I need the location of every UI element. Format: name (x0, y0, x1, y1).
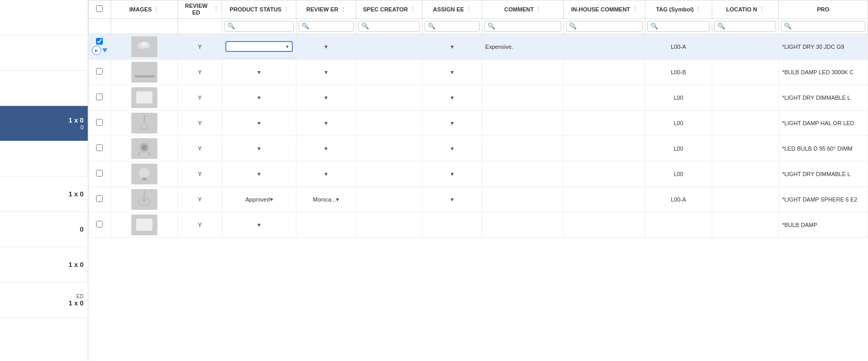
assignee-arrow-btn-7[interactable]: ▾ (451, 196, 454, 203)
reviewer-arrow-btn-3[interactable]: ▾ (324, 94, 328, 101)
sidebar-row-2[interactable] (0, 35, 88, 71)
row-checkbox-2[interactable] (96, 68, 103, 75)
row-expand-indicator[interactable] (102, 48, 107, 52)
pro-label: *LIGHT DRY DIMMABLE L (782, 95, 850, 101)
th-reviewer-label: REVIEW ER (306, 6, 338, 13)
th-location-label: LOCATIO N (726, 6, 757, 13)
assignee-arrow-btn-2[interactable]: ▾ (451, 69, 454, 76)
row-product-status-cell: ▾ (222, 110, 296, 136)
row-checkbox-6[interactable] (96, 170, 103, 177)
search-reviewer-input[interactable] (310, 23, 350, 30)
row-pro-cell: *LIGHT DAMP HAL OR LED (779, 110, 868, 136)
svg-rect-4 (135, 66, 139, 76)
th-product-status-label: PRODUCT STATUS (229, 6, 281, 13)
product-status-arrow-btn-3[interactable]: ▾ (257, 94, 261, 101)
row-checkbox-5[interactable] (96, 144, 103, 151)
sidebar-row-9[interactable]: ED 1 x 0 (0, 283, 88, 318)
row-assignee-cell (423, 212, 482, 237)
th-tag-label: TAG (Symbol) (656, 6, 694, 13)
row-checkbox-7[interactable] (96, 195, 103, 202)
search-spec-creator-icon: 🔍 (361, 22, 369, 30)
search-location-col: 🔍 (712, 19, 779, 34)
sidebar-row-3[interactable] (0, 71, 88, 106)
sort-tag-icon[interactable]: ⋮ (696, 6, 701, 12)
svg-rect-6 (143, 66, 146, 76)
product-status-arrow-btn-8[interactable]: ▾ (257, 221, 261, 229)
sort-location-icon[interactable]: ⋮ (759, 6, 764, 12)
row-image-cell (111, 212, 178, 237)
row-inhouse-comment-cell (563, 34, 645, 59)
sort-reviewed-icon[interactable]: ⋮ (213, 6, 219, 12)
sidebar-label-9: ED (69, 293, 84, 299)
row-reviewer-cell: ▾ (296, 136, 356, 161)
row-product-status-cell: Approved▾ (222, 186, 296, 212)
row-checkbox-8[interactable] (96, 221, 103, 228)
product-status-arrow-btn-2[interactable]: ▾ (257, 69, 261, 76)
th-spec-creator-label: SPEC CREATOR (363, 6, 408, 13)
select-all-checkbox[interactable] (96, 5, 103, 12)
search-pro-icon: 🔍 (784, 22, 792, 30)
reviewer-arrow-btn-2[interactable]: ▾ (324, 69, 328, 76)
product-thumbnail (131, 113, 157, 133)
svg-point-21 (143, 198, 146, 202)
th-reviewer: REVIEW ER ⋮ (296, 1, 356, 19)
sidebar-row-6[interactable]: 1 x 0 (0, 177, 88, 212)
table-row: Y▾▾▾L00*LED BULB D 95 60° DIMM (89, 136, 868, 161)
tag-label: L00 (674, 95, 683, 101)
th-reviewed: REVIEW ED ⋮ (178, 1, 222, 19)
sidebar-row-7[interactable]: 0 (0, 212, 88, 247)
sidebar-row-1[interactable] (0, 0, 88, 35)
row-circle-btn[interactable]: ▶ (92, 46, 101, 55)
search-location-input[interactable] (726, 23, 774, 30)
product-status-arrow-btn-4[interactable]: ▾ (257, 119, 261, 127)
row-reviewed-cell: Y (178, 59, 222, 85)
sort-comment-icon[interactable]: ⋮ (536, 6, 541, 12)
product-status-arrow-btn-5[interactable]: ▾ (257, 145, 261, 152)
assignee-arrow-btn-5[interactable]: ▾ (451, 145, 454, 152)
search-comment-input[interactable] (496, 23, 558, 30)
row-image-cell (111, 161, 178, 186)
row-checkbox-1[interactable] (96, 38, 103, 45)
search-inhouse-input[interactable] (578, 23, 640, 30)
assignee-arrow-btn-1[interactable]: ▾ (451, 43, 454, 50)
th-checkbox[interactable] (89, 1, 111, 19)
reviewer-arrow-btn[interactable]: ▾ (336, 196, 339, 203)
product-status-arrow-btn[interactable]: ▾ (270, 196, 273, 203)
sidebar-row-4-active[interactable]: 1 x 0 0 (0, 106, 88, 141)
sort-product-status-icon[interactable]: ⋮ (283, 6, 289, 12)
assignee-arrow-btn-3[interactable]: ▾ (451, 94, 454, 101)
row-checkbox-cell (89, 136, 111, 161)
row-checkbox-3[interactable] (96, 93, 103, 100)
row-checkbox-4[interactable] (96, 119, 103, 126)
row-pro-cell: *LIGHT DAMP SPHERE 6 E2 (779, 186, 868, 212)
reviewer-arrow-btn-5[interactable]: ▾ (324, 145, 328, 152)
product-status-arrow-btn-6[interactable]: ▾ (257, 170, 261, 178)
row-assignee-cell: ▾ (423, 85, 482, 110)
row-pro-cell: *LIGHT DRY 30 JDC G9 (779, 34, 868, 59)
reviewer-arrow-btn-6[interactable]: ▾ (324, 170, 328, 178)
reviewed-badge: Y (198, 44, 201, 50)
search-location-icon: 🔍 (717, 22, 725, 30)
row-spec-creator-cell (356, 59, 423, 85)
sort-images-icon[interactable]: ⋮ (154, 6, 159, 12)
search-tag-input[interactable] (659, 23, 707, 30)
sort-reviewer-icon[interactable]: ⋮ (341, 6, 346, 12)
sort-inhouse-icon[interactable]: ⋮ (632, 6, 638, 12)
sort-assignee-icon[interactable]: ⋮ (466, 6, 471, 12)
sidebar-row-5[interactable] (0, 141, 88, 177)
product-status-dropdown-trigger[interactable]: ▾ (225, 41, 293, 52)
reviewer-arrow-btn-1[interactable]: ▾ (324, 43, 328, 50)
row-tag-cell: L00 (645, 110, 712, 136)
sort-spec-creator-icon[interactable]: ⋮ (410, 6, 415, 12)
pro-label: *LIGHT DAMP HAL OR LED (782, 120, 854, 126)
search-spec-creator-input[interactable] (370, 23, 417, 30)
assignee-arrow-btn-4[interactable]: ▾ (451, 119, 454, 127)
assignee-arrow-btn-6[interactable]: ▾ (451, 170, 454, 178)
reviewer-arrow-btn-4[interactable]: ▾ (324, 119, 328, 127)
search-product-status-input[interactable] (236, 23, 291, 30)
search-assignee-col: 🔍 (423, 19, 482, 34)
sidebar-row-8[interactable]: 1 x 0 (0, 247, 88, 283)
svg-rect-9 (134, 75, 154, 77)
search-pro-input[interactable] (793, 23, 862, 30)
search-assignee-input[interactable] (437, 23, 476, 30)
